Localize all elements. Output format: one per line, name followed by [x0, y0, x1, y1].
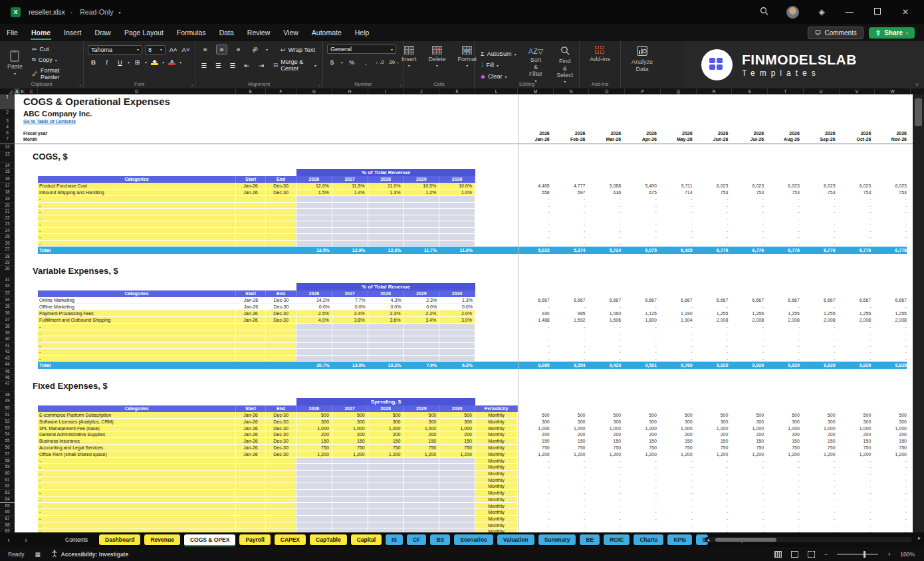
- yearly-value[interactable]: 1,000: [296, 425, 332, 432]
- month-value[interactable]: 200: [768, 431, 804, 438]
- start-date[interactable]: Jan-26: [236, 412, 266, 419]
- band-header[interactable]: % of Total Revenue: [296, 169, 475, 176]
- end-date[interactable]: Dec-30: [266, 304, 296, 310]
- wrap-text-button[interactable]: ↩Wrap Text: [279, 45, 317, 55]
- row-number[interactable]: 30: [0, 266, 15, 277]
- category-name[interactable]: Payment Processing Fees: [38, 310, 236, 317]
- yearly-value[interactable]: 1,200: [439, 451, 475, 458]
- column-header-F[interactable]: F: [266, 88, 296, 94]
- month-value[interactable]: -: [625, 458, 661, 465]
- month-value[interactable]: -: [589, 477, 625, 484]
- empty-start[interactable]: [236, 509, 266, 516]
- month-value[interactable]: 5,400: [625, 183, 661, 189]
- empty-category[interactable]: -: [38, 458, 236, 465]
- month-value[interactable]: -: [589, 483, 625, 490]
- month-value[interactable]: 200: [697, 431, 733, 438]
- restore-button[interactable]: [872, 7, 883, 17]
- empty-start[interactable]: [236, 336, 266, 343]
- month-value[interactable]: -: [732, 209, 768, 215]
- month-value[interactable]: -: [518, 209, 554, 215]
- month-value[interactable]: -: [875, 336, 911, 343]
- month-value[interactable]: -: [804, 522, 840, 529]
- month-value[interactable]: -: [697, 509, 733, 516]
- category-name[interactable]: Product Purchase Cost: [38, 183, 236, 189]
- month-value[interactable]: 6,667: [697, 297, 733, 304]
- column-header-N[interactable]: N: [554, 88, 590, 94]
- empty-yearly[interactable]: [439, 203, 475, 209]
- month-value[interactable]: -: [875, 503, 911, 510]
- empty-yearly[interactable]: [368, 497, 404, 503]
- month-value[interactable]: -: [840, 509, 875, 516]
- header-periodicity[interactable]: Periodicity: [475, 405, 518, 412]
- month-value[interactable]: -: [518, 509, 554, 516]
- total-label[interactable]: Total: [39, 247, 79, 254]
- align-left-icon[interactable]: ☰: [199, 60, 209, 70]
- month-value[interactable]: -: [589, 304, 625, 310]
- month-value[interactable]: 6,667: [840, 297, 875, 304]
- row-number[interactable]: 61: [0, 477, 15, 484]
- total-month-value[interactable]: 9,929: [840, 362, 875, 369]
- start-date[interactable]: Jan-26: [236, 431, 266, 438]
- empty-yearly[interactable]: [439, 234, 475, 241]
- clear-button[interactable]: ◆Clear▾: [479, 72, 519, 81]
- row-number[interactable]: 29: [0, 260, 15, 266]
- yearly-value[interactable]: 0.0%: [296, 304, 332, 310]
- month-value[interactable]: -: [625, 330, 661, 337]
- empty-start[interactable]: [236, 203, 266, 209]
- empty-yearly[interactable]: [404, 490, 439, 497]
- month-value[interactable]: -: [589, 241, 625, 247]
- periodicity-value[interactable]: Monthly: [475, 458, 518, 465]
- yearly-value[interactable]: 14.2%: [296, 297, 332, 304]
- month-header-value[interactable]: May-26: [661, 136, 697, 144]
- month-value[interactable]: -: [840, 336, 875, 343]
- zoom-level[interactable]: 100%: [900, 551, 915, 558]
- menu-item-page-layout[interactable]: Page Layout: [118, 25, 170, 40]
- empty-category[interactable]: -: [38, 324, 236, 330]
- month-value[interactable]: -: [840, 234, 875, 241]
- month-value[interactable]: -: [840, 516, 875, 522]
- row-number[interactable]: 16: [0, 176, 15, 183]
- month-value[interactable]: -: [840, 304, 875, 310]
- row-number[interactable]: 25: [0, 234, 15, 241]
- yearly-value[interactable]: 750: [439, 445, 475, 451]
- empty-yearly[interactable]: [439, 509, 475, 516]
- empty-yearly[interactable]: [439, 503, 475, 510]
- month-value[interactable]: -: [661, 215, 697, 222]
- periodicity-value[interactable]: Monthly: [475, 490, 518, 497]
- end-date[interactable]: Dec-30: [266, 183, 296, 189]
- periodicity-value[interactable]: Monthly: [475, 509, 518, 516]
- total-month-value[interactable]: 6,776: [804, 247, 840, 254]
- month-value[interactable]: -: [661, 221, 697, 228]
- month-value[interactable]: -: [804, 458, 840, 465]
- month-value[interactable]: -: [625, 304, 661, 310]
- empty-category[interactable]: -: [38, 228, 236, 235]
- empty-yearly[interactable]: [404, 221, 439, 228]
- yearly-value[interactable]: 200: [368, 431, 404, 438]
- column-header-E[interactable]: E: [236, 88, 266, 94]
- yearly-value[interactable]: 1.5%: [296, 189, 332, 196]
- yearly-value[interactable]: 1,000: [332, 425, 368, 432]
- month-value[interactable]: 1,000: [554, 425, 590, 432]
- find-select-button[interactable]: Find & Select▾: [553, 45, 576, 86]
- empty-yearly[interactable]: [368, 509, 404, 516]
- category-name[interactable]: Software Licenses (Analytics, CRM): [38, 419, 236, 425]
- fiscal-year-value[interactable]: 2026: [625, 130, 661, 136]
- month-value[interactable]: -: [697, 330, 733, 337]
- empty-category[interactable]: -: [38, 241, 236, 247]
- category-name[interactable]: 3PL Management Fee (base): [38, 425, 236, 432]
- month-value[interactable]: -: [589, 356, 625, 362]
- empty-yearly[interactable]: [404, 522, 439, 529]
- month-value[interactable]: -: [804, 516, 840, 522]
- month-value[interactable]: 1,000: [732, 425, 768, 432]
- month-value[interactable]: -: [732, 490, 768, 497]
- empty-end[interactable]: [266, 483, 296, 490]
- month-value[interactable]: 300: [804, 419, 840, 425]
- column-header-K[interactable]: K: [439, 88, 475, 94]
- empty-start[interactable]: [236, 471, 266, 477]
- periodicity-value[interactable]: Monthly: [475, 516, 518, 522]
- empty-end[interactable]: [266, 196, 296, 203]
- month-value[interactable]: -: [518, 516, 554, 522]
- normal-view-icon[interactable]: [774, 551, 782, 558]
- month-value[interactable]: -: [768, 234, 804, 241]
- month-value[interactable]: -: [804, 221, 840, 228]
